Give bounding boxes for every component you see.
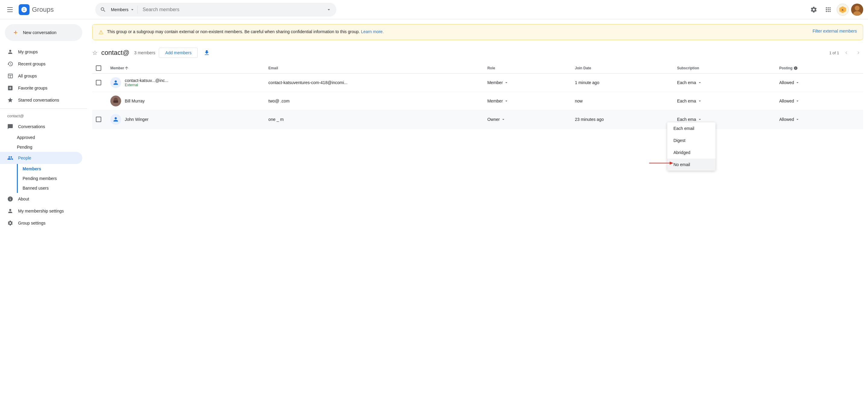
header-subscription: Subscription [673,63,775,73]
sidebar: New conversation My groups Recent groups… [0,19,87,419]
star-icon[interactable]: ☆ [92,49,98,56]
header-posting: Posting [775,63,863,73]
row3-posting-cell: Allowed [775,110,863,129]
row1-date-cell: 1 minute ago [571,73,673,92]
sidebar-item-group-settings[interactable]: Group settings [0,217,82,229]
search-dropdown-arrow [326,7,332,12]
row2-role: Member [487,98,503,103]
row3-role-dropdown[interactable]: Owner [487,117,568,122]
banned-users-label: Banned users [23,186,49,190]
row2-role-dropdown[interactable]: Member [487,98,568,103]
row3-email: one _ m [269,117,284,122]
header-role: Role [484,63,571,73]
brand-avatar[interactable]: K [837,4,849,16]
row1-posting-cell: Allowed [775,73,863,92]
row3-posting-dropdown[interactable]: Allowed [779,117,860,122]
search-dropdown-text: Members [111,7,128,12]
row1-external-badge: External [125,83,168,87]
each-email-option-label: Each email [673,126,694,131]
select-all-checkbox[interactable] [96,65,101,71]
join-date-column-label: Join Date [575,66,591,70]
subscription-option-digest[interactable]: Digest [667,134,715,147]
my-groups-label: My groups [18,50,38,54]
subscription-option-abridged[interactable]: Abridged [667,147,715,158]
row1-avatar [110,77,121,88]
row3-role: Owner [487,117,500,122]
row1-member-cell: contact-katsuv...@inc... External [107,73,265,92]
row1-subscription: Each ema [677,80,696,85]
my-membership-settings-icon [7,208,13,214]
subscription-column-label: Subscription [677,66,699,70]
row1-posting-dropdown[interactable]: Allowed [779,80,860,85]
row3-posting: Allowed [779,117,794,122]
learn-more-link[interactable]: Learn more. [361,29,384,34]
row1-email-cell: contact-katsuventures-com-418@incomi... [265,73,484,92]
group-section-label: contact@ [0,111,87,121]
search-dropdown[interactable]: Members [108,6,138,13]
row3-role-cell: Owner [484,110,571,129]
new-conversation-button[interactable]: New conversation [5,24,82,41]
sidebar-item-favorite-groups[interactable]: Favorite groups [0,82,82,94]
members-table: Member Email Role Join Date [92,63,863,129]
row1-role: Member [487,80,503,85]
all-groups-label: All groups [18,73,37,79]
row2-subscription: Each ema [677,98,696,103]
sidebar-item-pending-members[interactable]: Pending members [18,174,82,183]
logo-icon [19,4,30,15]
sidebar-item-my-membership-settings[interactable]: My membership settings [0,205,82,217]
row2-subscription-dropdown[interactable]: Each ema [677,98,772,103]
subscription-option-each-email[interactable]: Each email [667,122,715,134]
member-sort-button[interactable]: Member [110,66,261,70]
sidebar-item-all-groups[interactable]: All groups [0,70,82,82]
about-label: About [18,197,29,201]
conversations-icon [7,124,13,130]
row1-date: 1 minute ago [575,80,599,85]
subscription-option-no-email[interactable]: No email [667,158,715,171]
row1-role-dropdown[interactable]: Member [487,80,568,85]
hamburger-menu[interactable] [5,5,15,14]
user-avatar[interactable] [851,4,863,16]
posting-column-label: Posting [779,66,792,70]
members-label: Members [23,167,41,171]
row2-posting-dropdown[interactable]: Allowed [779,98,860,103]
row1-subscription-dropdown[interactable]: Each ema [677,80,772,85]
group-settings-label: Group settings [18,221,45,226]
row2-name: Bill Murray [125,98,145,103]
sidebar-item-my-groups[interactable]: My groups [0,46,82,58]
approved-label: Approved [17,135,35,140]
row2-checkbox-cell [92,92,107,110]
pagination-prev-button[interactable] [841,48,851,58]
svg-marker-9 [670,161,673,164]
my-membership-settings-label: My membership settings [18,209,64,213]
sidebar-item-about[interactable]: About [0,193,82,205]
sidebar-item-members[interactable]: Members [18,164,82,174]
search-icon [100,6,106,13]
add-members-button[interactable]: Add members [159,48,198,58]
apps-button[interactable] [822,4,834,16]
sidebar-item-people[interactable]: People [0,152,82,164]
table-row: John Winger one _ m Owner [92,110,863,129]
pagination-text: 1 of 1 [829,51,839,55]
sidebar-item-banned-users[interactable]: Banned users [18,183,82,193]
sidebar-item-starred-conversations[interactable]: Starred conversations [0,94,82,106]
row3-subscription-dropdown[interactable]: Each ema [677,117,772,122]
my-groups-icon [7,49,13,55]
pagination-next-button[interactable] [854,48,863,58]
row3-email-cell: one _ m [265,110,484,129]
row1-checkbox[interactable] [96,80,101,85]
row3-checkbox[interactable] [96,117,101,122]
about-icon [7,196,13,202]
sidebar-item-recent-groups[interactable]: Recent groups [0,58,82,70]
header-email: Email [265,63,484,73]
starred-conversations-icon [7,97,13,103]
sidebar-item-approved[interactable]: Approved [17,132,82,142]
download-button[interactable] [201,47,212,58]
recent-groups-label: Recent groups [18,61,45,66]
sidebar-item-conversations[interactable]: Conversations [0,121,82,132]
search-input[interactable] [143,7,324,12]
sidebar-item-pending[interactable]: Pending [17,142,82,152]
filter-external-members-button[interactable]: Filter external members [808,29,857,33]
pending-label: Pending [17,145,32,150]
email-column-label: Email [269,66,278,70]
settings-button[interactable] [808,4,820,16]
